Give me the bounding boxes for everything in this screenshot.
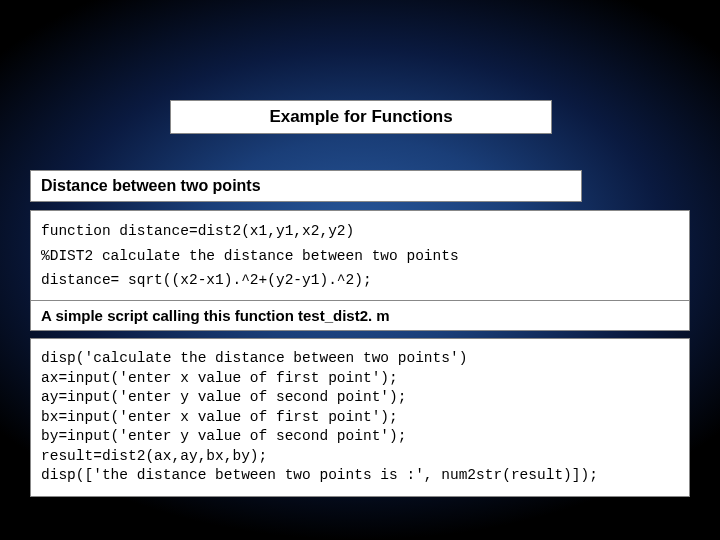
script-code-block: disp('calculate the distance between two… <box>30 338 690 497</box>
slide: Example for Functions Distance between t… <box>0 0 720 540</box>
section-subtitle: Distance between two points <box>30 170 582 202</box>
slide-title: Example for Functions <box>170 100 552 134</box>
script-title: A simple script calling this function te… <box>30 300 690 331</box>
function-code-block: function distance=dist2(x1,y1,x2,y2) %DI… <box>30 210 690 302</box>
